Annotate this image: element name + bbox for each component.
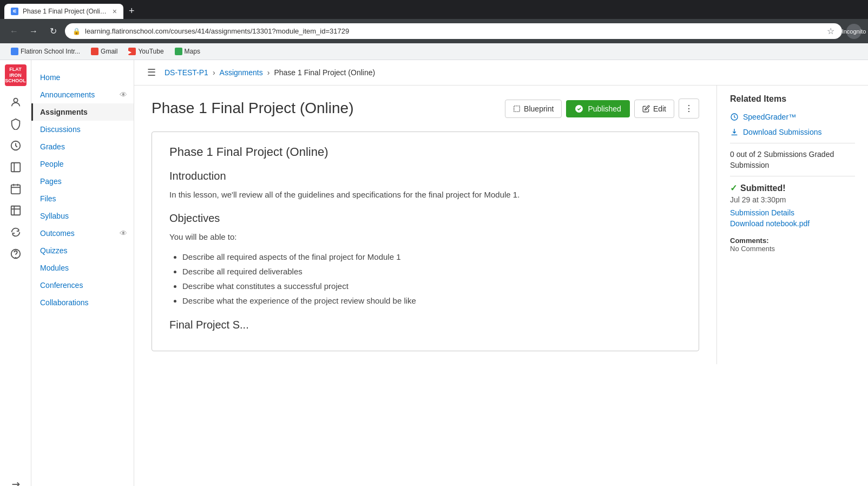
calendar-icon-button[interactable] <box>6 179 25 199</box>
breadcrumb: ☰ DS-TEST-P1 › Assignments › Phase 1 Fin… <box>134 60 868 86</box>
related-items-title: Related Items <box>730 94 855 104</box>
list-item: Describe all required aspects of the fin… <box>182 249 681 264</box>
breadcrumb-section-link[interactable]: Assignments <box>220 68 263 77</box>
lock-icon: 🔒 <box>73 28 81 35</box>
nav-pages[interactable]: Pages <box>31 173 134 190</box>
svg-point-12 <box>15 258 16 258</box>
objectives-list: Describe all required aspects of the fin… <box>182 249 681 308</box>
breadcrumb-course-link[interactable]: DS-TEST-P1 <box>165 68 208 77</box>
nav-collaborations[interactable]: Collaborations <box>31 294 134 311</box>
submission-details-link[interactable]: Submission Details <box>730 208 855 217</box>
help-icon-button[interactable] <box>6 244 25 264</box>
profile-button[interactable]: Incognito <box>846 24 862 39</box>
comments-label: Comments: <box>730 237 855 245</box>
svg-rect-2 <box>11 163 20 172</box>
nav-people[interactable]: People <box>31 155 134 173</box>
objectives-intro: You will be able to: <box>169 231 681 244</box>
book-icon-button[interactable] <box>6 157 25 177</box>
svg-rect-4 <box>11 185 20 194</box>
nav-announcements[interactable]: Announcements <box>31 86 120 103</box>
published-button[interactable]: Published <box>566 100 630 117</box>
chart-icon-button[interactable] <box>6 201 25 220</box>
nav-quizzes[interactable]: Quizzes <box>31 242 134 259</box>
nav-assignments[interactable]: Assignments <box>31 103 134 121</box>
objectives-heading: Objectives <box>169 212 681 225</box>
menu-toggle-icon[interactable]: ☰ <box>147 67 156 78</box>
announcements-visibility-icon[interactable]: 👁 <box>120 86 134 103</box>
bookmark-star-icon[interactable]: ☆ <box>827 26 834 36</box>
list-item: Describe what constitutes a successful p… <box>182 279 681 293</box>
nav-announcements-row: Announcements 👁 <box>31 86 134 103</box>
nav-files[interactable]: Files <box>31 190 134 207</box>
forward-button[interactable]: → <box>26 24 41 39</box>
outcomes-visibility-icon[interactable]: 👁 <box>120 225 134 242</box>
tab-close-button[interactable]: × <box>113 7 117 16</box>
nav-outcomes[interactable]: Outcomes <box>31 225 120 242</box>
bookmarks-bar: Flatiron School Intr... Gmail ▶ YouTube … <box>0 43 868 60</box>
intro-text: In this lesson, we'll review all of the … <box>169 189 681 201</box>
svg-point-15 <box>576 105 583 112</box>
arrow-icon-button[interactable] <box>6 475 25 486</box>
submitted-time: Jul 29 at 3:30pm <box>730 195 855 204</box>
nav-outcomes-row: Outcomes 👁 <box>31 225 134 242</box>
submission-label: Submission <box>730 161 855 169</box>
address-bar[interactable]: 🔒 learning.flatironschool.com/courses/41… <box>65 23 842 39</box>
shield-icon-button[interactable] <box>6 114 25 134</box>
main-content: ☰ DS-TEST-P1 › Assignments › Phase 1 Fin… <box>134 60 868 486</box>
right-sidebar: Related Items SpeedGrader™ Download Subm… <box>716 86 868 364</box>
assignment-header: Phase 1 Final Project (Online) Blueprint <box>152 98 699 119</box>
user-icon-button[interactable] <box>6 93 25 112</box>
bookmark-flatiron[interactable]: Flatiron School Intr... <box>6 45 84 57</box>
final-section-heading: Final Project S... <box>169 319 681 331</box>
clock-icon-button[interactable] <box>6 136 25 155</box>
reload-button[interactable]: ↻ <box>45 24 61 39</box>
active-tab[interactable]: ⚟ Phase 1 Final Project (Online) × <box>4 4 123 19</box>
assignment-actions: Blueprint Published <box>505 98 699 119</box>
bookmark-favicon-gmail <box>91 48 98 55</box>
blueprint-button[interactable]: Blueprint <box>505 100 562 118</box>
download-notebook-link[interactable]: Download notebook.pdf <box>730 219 855 228</box>
bookmark-favicon-maps <box>175 48 182 55</box>
intro-heading: Introduction <box>169 170 681 182</box>
nav-discussions[interactable]: Discussions <box>31 121 134 138</box>
svg-rect-14 <box>514 106 520 111</box>
speedgrader-link[interactable]: SpeedGrader™ <box>730 113 855 121</box>
submitted-check-icon: ✓ <box>730 183 737 193</box>
published-check-icon <box>575 104 583 113</box>
submissions-graded: 0 out of 2 Submissions Graded <box>730 150 855 159</box>
more-options-button[interactable]: ⋮ <box>679 98 699 119</box>
comments-none: No Comments <box>730 245 855 253</box>
assignment-title: Phase 1 Final Project (Online) <box>152 98 354 118</box>
edit-button[interactable]: Edit <box>634 100 674 118</box>
tab-favicon: ⚟ <box>11 8 18 15</box>
back-button[interactable]: ← <box>6 24 22 39</box>
svg-rect-8 <box>11 206 20 215</box>
nav-grades[interactable]: Grades <box>31 138 134 155</box>
svg-point-0 <box>14 98 17 102</box>
flatiron-logo[interactable]: FLATIRONSCHOOL <box>5 64 27 86</box>
submitted-status: ✓ Submitted! <box>730 183 855 193</box>
icon-sidebar: FLATIRONSCHOOL <box>0 60 31 486</box>
download-icon <box>730 128 739 136</box>
refresh-icon-button[interactable] <box>6 222 25 242</box>
bookmark-youtube[interactable]: ▶ YouTube <box>124 45 168 57</box>
content-area: Phase 1 Final Project (Online) Blueprint <box>134 86 868 364</box>
assignment-content-title: Phase 1 Final Project (Online) <box>169 145 681 159</box>
nav-modules[interactable]: Modules <box>31 259 134 277</box>
assignment-content-box: Phase 1 Final Project (Online) Introduct… <box>152 132 699 351</box>
speedgrader-icon <box>730 113 739 121</box>
assignment-main: Phase 1 Final Project (Online) Blueprint <box>134 86 716 364</box>
new-tab-button[interactable]: + <box>124 3 139 19</box>
edit-icon <box>642 105 650 113</box>
download-submissions-link[interactable]: Download Submissions <box>730 128 855 136</box>
list-item: Describe all required deliverables <box>182 264 681 279</box>
bookmark-favicon-flatiron <box>11 48 18 55</box>
nav-sidebar: Home Announcements 👁 Assignments Discuss… <box>31 60 134 486</box>
nav-conferences[interactable]: Conferences <box>31 277 134 294</box>
nav-home[interactable]: Home <box>31 69 134 86</box>
nav-syllabus[interactable]: Syllabus <box>31 207 134 225</box>
bookmark-maps[interactable]: Maps <box>170 45 205 57</box>
sidebar-divider <box>730 143 855 143</box>
bookmark-gmail[interactable]: Gmail <box>87 45 122 57</box>
tab-title: Phase 1 Final Project (Online) <box>23 8 108 15</box>
